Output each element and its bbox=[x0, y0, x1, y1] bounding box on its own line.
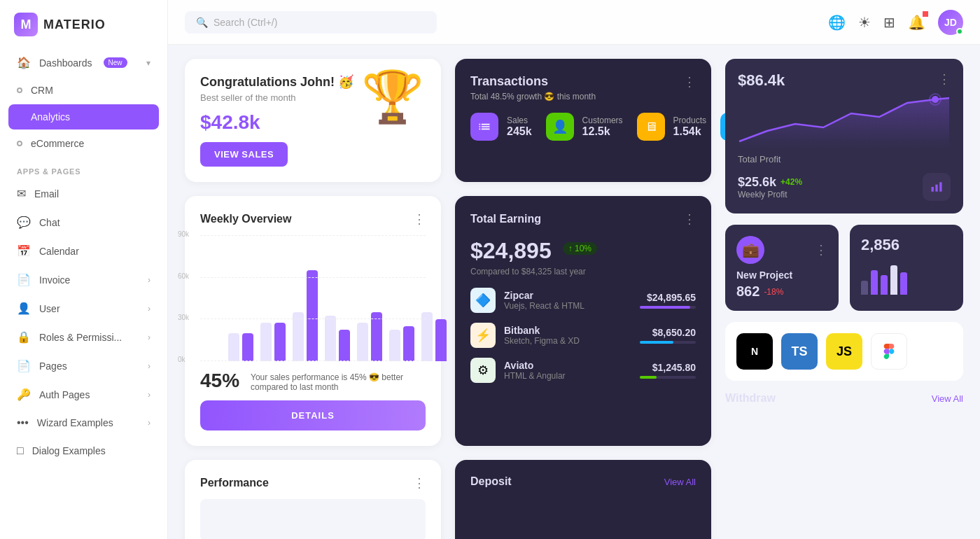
search-placeholder: Search (Ctrl+/) bbox=[214, 17, 277, 28]
aviato-progress-fill bbox=[640, 376, 657, 379]
sidebar-item-user[interactable]: 👤 User › bbox=[8, 295, 159, 322]
mini-bar-3 bbox=[881, 275, 888, 295]
sidebar-item-chat[interactable]: 💬 Chat bbox=[8, 209, 159, 236]
bar-purple bbox=[403, 326, 414, 361]
weekly-footer: 45% Your sales performance is 45% 😎 bett… bbox=[200, 370, 426, 392]
total-earning-card: Total Earning ⋮ $24,895 ↑ 10% Compared t… bbox=[455, 196, 711, 446]
translate-icon[interactable]: 🌐 bbox=[828, 14, 846, 31]
sidebar-item-pages[interactable]: 📄 Pages › bbox=[8, 352, 159, 379]
view-sales-button[interactable]: VIEW SALES bbox=[200, 142, 288, 167]
withdraw-title: Withdraw bbox=[725, 392, 776, 405]
stat-2856-value: 2,856 bbox=[861, 236, 952, 254]
earning-more-icon[interactable]: ⋮ bbox=[683, 211, 696, 227]
bitbank-name: Bitbank bbox=[504, 325, 631, 336]
mid-row: 💼 ⋮ New Project 862 -18% 2,856 bbox=[725, 225, 963, 311]
details-button[interactable]: DETAILS bbox=[200, 400, 426, 430]
sidebar-item-email[interactable]: ✉ Email bbox=[8, 180, 159, 207]
earning-list: 🔷 Zipcar Vuejs, React & HTML $24,895.65 bbox=[470, 288, 696, 383]
congrats-card: Congratulations John! 🥳 Best seller of t… bbox=[185, 59, 441, 182]
bar-light bbox=[389, 330, 400, 361]
earning-amount: $24,895 bbox=[470, 238, 552, 264]
sidebar-item-label: Roles & Permissi... bbox=[39, 332, 122, 343]
sidebar-item-calendar[interactable]: 📅 Calendar bbox=[8, 237, 159, 265]
theme-icon[interactable]: ☀ bbox=[858, 14, 871, 31]
sidebar-item-auth[interactable]: 🔑 Auth Pages › bbox=[8, 381, 159, 408]
content-area: Congratulations John! 🥳 Best seller of t… bbox=[168, 45, 980, 539]
avatar[interactable]: JD bbox=[938, 10, 963, 35]
pages-icon: 📄 bbox=[17, 359, 31, 372]
transactions-title: Transactions bbox=[470, 74, 596, 89]
profit-line-chart bbox=[738, 92, 951, 148]
sidebar-item-roles[interactable]: 🔒 Roles & Permissi... › bbox=[8, 323, 159, 351]
sales-icon bbox=[470, 113, 498, 141]
profit-amount-section: $86.4k bbox=[738, 71, 785, 90]
weekly-chart: 90k 60k 30k 0k bbox=[200, 235, 426, 361]
zipcar-tech: Vuejs, React & HTML bbox=[504, 301, 631, 311]
sidebar-item-label: Chat bbox=[39, 217, 60, 228]
sidebar-item-dialog[interactable]: □ Dialog Examples bbox=[8, 438, 159, 464]
weekly-title: Weekly Overview bbox=[200, 213, 291, 225]
sidebar: M MATERIO 🏠 Dashboards New ▾ CRM Analyti… bbox=[0, 0, 168, 539]
total-profit-label: Total Profit bbox=[738, 154, 951, 164]
weekly-more-icon[interactable]: ⋮ bbox=[413, 211, 426, 227]
grid-icon[interactable]: ⊞ bbox=[883, 14, 895, 31]
sidebar-item-dashboards[interactable]: 🏠 Dashboards New ▾ bbox=[8, 49, 159, 76]
deposit-view-all[interactable]: View All bbox=[664, 477, 696, 487]
earning-growth-badge: ↑ 10% bbox=[563, 242, 597, 255]
chart-dot bbox=[932, 96, 939, 103]
search-box[interactable]: 🔍 Search (Ctrl+/) bbox=[185, 11, 437, 34]
sidebar-item-crm[interactable]: CRM bbox=[8, 78, 159, 103]
earning-header: Total Earning ⋮ bbox=[470, 211, 696, 227]
bar-light bbox=[228, 333, 239, 361]
tech-logos-card: N TS JS bbox=[725, 322, 963, 381]
weekly-profit-section: $25.6k +42% Weekly Profit bbox=[738, 173, 951, 201]
deposit-title: Deposit bbox=[470, 475, 512, 488]
aviato-name: Aviato bbox=[504, 360, 631, 371]
notification-icon[interactable]: 🔔 bbox=[908, 14, 925, 31]
search-icon: 🔍 bbox=[196, 17, 208, 28]
bar-group-1 bbox=[228, 333, 253, 361]
weekly-header: Weekly Overview ⋮ bbox=[200, 211, 426, 227]
sidebar-nav: 🏠 Dashboards New ▾ CRM Analytics eCommer… bbox=[0, 49, 167, 465]
profit-more-icon[interactable]: ⋮ bbox=[938, 71, 951, 87]
row-3: Performance ⋮ Deposit View All bbox=[185, 460, 711, 539]
profit-amount: $86.4k bbox=[738, 71, 785, 90]
earning-item-aviato: ⚙ Aviato HTML & Angular $1,245.80 bbox=[470, 358, 696, 383]
stat-2856-card: 2,856 bbox=[850, 225, 963, 311]
content-right: $86.4k ⋮ Tota bbox=[725, 59, 963, 525]
sidebar-item-label: Dialog Examples bbox=[32, 445, 106, 456]
weekly-profit-label: Weekly Profit bbox=[738, 190, 802, 200]
customers-label: Customers bbox=[582, 115, 623, 125]
withdraw-view-all[interactable]: View All bbox=[932, 393, 963, 404]
sidebar-item-wizard[interactable]: ••• Wizard Examples › bbox=[8, 410, 159, 436]
sidebar-item-ecommerce[interactable]: eCommerce bbox=[8, 131, 159, 156]
dot-icon-active bbox=[17, 114, 22, 120]
new-project-icon: 💼 bbox=[736, 236, 764, 264]
aviato-progress-bar bbox=[640, 376, 696, 379]
zipcar-name: Zipcar bbox=[504, 290, 631, 301]
dialog-icon: □ bbox=[17, 444, 24, 457]
aviato-tech: HTML & Angular bbox=[504, 371, 631, 381]
bitbank-info: Bitbank Sketch, Figma & XD bbox=[504, 325, 631, 346]
new-project-more-icon[interactable]: ⋮ bbox=[815, 242, 827, 258]
more-options-icon[interactable]: ⋮ bbox=[683, 74, 696, 90]
sidebar-item-analytics[interactable]: Analytics bbox=[8, 104, 159, 130]
performance-more-icon[interactable]: ⋮ bbox=[413, 475, 426, 491]
sidebar-item-label: User bbox=[39, 303, 60, 314]
earning-item-zipcar: 🔷 Zipcar Vuejs, React & HTML $24,895.65 bbox=[470, 288, 696, 313]
svg-rect-2 bbox=[939, 182, 941, 191]
new-project-value-row: 862 -18% bbox=[736, 284, 827, 300]
dot-icon bbox=[17, 88, 22, 93]
weekly-overview-card: Weekly Overview ⋮ 90k 60k 30k 0k bbox=[185, 196, 441, 446]
new-badge: New bbox=[104, 57, 127, 68]
bitbank-progress-fill bbox=[640, 341, 673, 344]
bar-light bbox=[421, 312, 433, 361]
weekly-profit-badge: +42% bbox=[780, 177, 802, 187]
zipcar-progress-bar bbox=[640, 306, 696, 309]
stat-sales: Sales 245k bbox=[470, 113, 532, 141]
section-label: APPS & PAGES bbox=[8, 158, 159, 180]
zipcar-value: $24,895.65 bbox=[640, 292, 696, 303]
chart-bars bbox=[200, 235, 426, 361]
performance-title: Performance bbox=[200, 477, 269, 489]
sidebar-item-invoice[interactable]: 📄 Invoice › bbox=[8, 266, 159, 293]
